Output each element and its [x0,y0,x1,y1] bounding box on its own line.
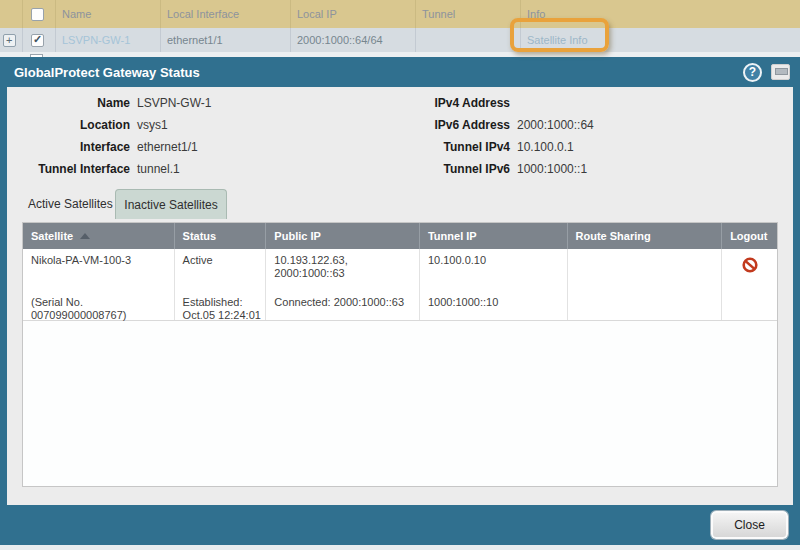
column-header-satellite[interactable]: Satellite [23,223,174,249]
gateway-local-ip: 2000:1000::64/64 [290,28,415,52]
expand-row-icon[interactable] [3,34,16,47]
dialog-title-bar: GlobalProtect Gateway Status ? [0,57,800,87]
screen: Name Local Interface Local IP Tunnel Inf… [0,0,800,550]
page-background-strip [0,545,800,550]
row-select-cell [22,28,55,52]
dialog-footer: Close [0,505,800,545]
status-established: Established: Oct.05 12:24:01 [183,296,263,322]
public-ip-cell: 10.193.122.63, 2000:1000::63 Connected: … [265,249,419,320]
field-value-tunnel-ipv6: 1000:1000::1 [517,162,587,176]
field-value-ipv6: 2000:1000::64 [517,118,594,132]
column-header-logout[interactable]: Logout [721,223,777,249]
field-label-interface: Interface [20,140,130,154]
column-header-status[interactable]: Status [174,223,266,249]
satellites-header-row: Satellite Status Public IP Tunnel IP Rou… [23,223,777,249]
row-checkbox[interactable] [31,34,44,47]
dialog-body: NameLSVPN-GW-1 Locationvsys1 Interfaceet… [7,87,793,505]
field-value-interface: ethernet1/1 [137,140,198,154]
gateway-name-link[interactable]: LSVPN-GW-1 [55,28,160,52]
tunnel-ip-cell: 10.100.0.10 1000:1000::10 [419,249,567,320]
gateway-row: LSVPN-GW-1 ethernet1/1 2000:1000::64/64 … [0,28,800,52]
field-value-tunnel-ipv4: 10.100.0.1 [517,140,574,154]
expander-column-header [0,0,22,28]
fields-left-column: NameLSVPN-GW-1 Locationvsys1 Interfaceet… [20,92,390,180]
satellite-name: Nikola-PA-VM-100-3 [31,254,171,267]
field-label-ipv6: IPv6 Address [395,118,510,132]
column-header-public-ip[interactable]: Public IP [265,223,419,249]
field-label-tunnel-interface: Tunnel Interface [20,162,130,176]
gateway-status-dialog: GlobalProtect Gateway Status ? NameLSVPN… [0,57,800,545]
field-label-location: Location [20,118,130,132]
help-icon[interactable]: ? [743,63,762,82]
sort-ascending-icon [80,233,90,239]
field-label-tunnel-ipv6: Tunnel IPv6 [395,162,510,176]
gateway-local-interface: ethernet1/1 [160,28,290,52]
tab-active-satellites[interactable]: Active Satellites [28,189,113,219]
column-header-tunnel[interactable]: Tunnel [415,0,520,28]
gateway-tunnel [415,28,520,52]
column-header-route-sharing[interactable]: Route Sharing [567,223,722,249]
column-header-name[interactable]: Name [55,0,160,28]
tab-inactive-satellites[interactable]: Inactive Satellites [115,189,227,219]
field-label-tunnel-ipv4: Tunnel IPv4 [395,140,510,154]
field-value-name: LSVPN-GW-1 [137,96,211,110]
field-label-ipv4: IPv4 Address [395,96,510,110]
public-ip-connected: Connected: 2000:1000::63 [274,296,416,309]
select-all-checkbox[interactable] [31,8,44,21]
status-value: Active [183,254,263,267]
select-all-cell [22,0,55,28]
column-header-local-interface[interactable]: Local Interface [160,0,290,28]
tunnel-ip-v6: 1000:1000::10 [428,296,564,309]
column-header-tunnel-ip[interactable]: Tunnel IP [419,223,567,249]
satellite-tabs: Active Satellites Inactive Satellites [7,189,793,219]
field-value-location: vsys1 [137,118,168,132]
fields-right-column: IPv4 Address IPv6 Address2000:1000::64 T… [395,92,785,180]
column-header-local-ip[interactable]: Local IP [290,0,415,28]
route-sharing-cell [567,249,722,320]
status-cell: Active Established: Oct.05 12:24:01 [174,249,266,320]
field-label-name: Name [20,96,130,110]
dialog-title: GlobalProtect Gateway Status [14,65,743,80]
gateway-list-table: Name Local Interface Local IP Tunnel Inf… [0,0,800,57]
field-value-tunnel-interface: tunnel.1 [137,162,180,176]
logout-cell [721,249,777,320]
satellite-row: Nikola-PA-VM-100-3 (Serial No. 007099000… [23,249,777,321]
gateway-list-header-row: Name Local Interface Local IP Tunnel Inf… [0,0,800,28]
satellite-cell: Nikola-PA-VM-100-3 (Serial No. 007099000… [23,249,174,320]
row-expander-cell [0,28,22,52]
satellite-serial: (Serial No. 007099000008767) [31,296,171,322]
satellite-header-label: Satellite [31,230,73,242]
public-ip-value: 10.193.122.63, 2000:1000::63 [274,254,416,280]
active-satellites-table: Satellite Status Public IP Tunnel IP Rou… [22,222,778,487]
close-button[interactable]: Close [711,511,788,539]
tunnel-ip-value: 10.100.0.10 [428,254,564,267]
highlight-annotation-box [510,18,609,52]
logout-prohibited-icon[interactable] [742,257,758,273]
minimize-icon[interactable] [771,64,790,80]
